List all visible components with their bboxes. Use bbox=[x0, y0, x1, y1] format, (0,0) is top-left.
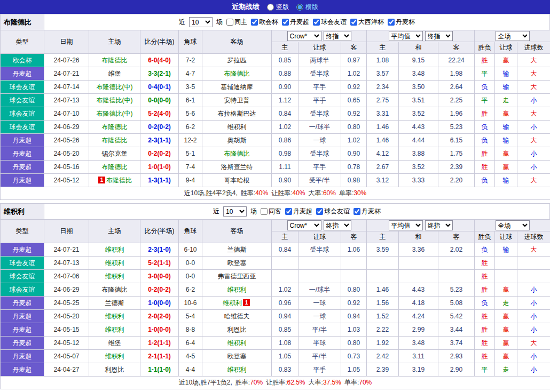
same-venue-filter[interactable]: 同客 bbox=[261, 207, 281, 216]
bookmaker-select[interactable]: Crow* bbox=[287, 220, 321, 230]
corner-cell: 5-1 bbox=[179, 147, 202, 161]
odds-cell: 4.44 bbox=[399, 134, 438, 147]
result-cell: 大 bbox=[517, 337, 550, 350]
corner-cell: 6-10 bbox=[179, 243, 202, 257]
league-type-cell: 丹麦超 bbox=[1, 310, 44, 323]
odds-cell: 22.24 bbox=[438, 54, 475, 67]
odds-cell bbox=[298, 257, 341, 270]
odds-cell: 2.02 bbox=[438, 243, 475, 257]
match-date: 24-05-12 bbox=[44, 174, 89, 187]
filter-controls: 近 10 场 同客 丹麦超球会友谊丹麦杯 bbox=[44, 204, 549, 219]
column-header: 类型 bbox=[1, 30, 44, 54]
odds-cell: 1.06 bbox=[341, 243, 367, 257]
odds-cell: 1.46 bbox=[367, 134, 399, 147]
away-team-name: 哥本哈根 bbox=[224, 177, 250, 184]
asian-odds-time-select[interactable]: 终指 bbox=[324, 31, 351, 41]
match-row: 球会友谊 24-07-13 布隆德比(中) 0-0(0-0) 6-1 安特卫普 … bbox=[1, 94, 550, 107]
league-checkbox[interactable] bbox=[282, 19, 289, 26]
score-cell: 1-0(1-0) bbox=[140, 161, 179, 174]
odds-cell: 受半球 bbox=[298, 243, 341, 257]
odds-cell: 1.96 bbox=[438, 107, 475, 121]
result-cell: 赢 bbox=[495, 350, 517, 363]
score-cell: 0-0(0-0) bbox=[140, 94, 179, 107]
match-scope-select[interactable]: 全场 bbox=[496, 31, 530, 41]
match-date: 24-07-10 bbox=[44, 107, 89, 121]
result-cell: 负 bbox=[475, 121, 495, 134]
away-team-cell: 洛斯查兰特 bbox=[202, 161, 272, 174]
odds-cell: 0.80 bbox=[341, 283, 367, 297]
layout-option-horizontal[interactable]: 横版 bbox=[296, 3, 318, 12]
summary-row: 近10场,胜4平2负4,胜率:40%让胜率:40%大率:60%单率:30% bbox=[1, 187, 550, 200]
odds-cell: 1.02 bbox=[272, 283, 298, 297]
match-scope-select[interactable]: 全场 bbox=[496, 220, 530, 230]
average-odds-select[interactable]: 平均值 bbox=[389, 31, 423, 41]
odds-cell: 2.42 bbox=[367, 350, 399, 363]
league-checkbox[interactable] bbox=[350, 19, 357, 26]
match-row: 丹麦超 24-05-12 维堡 1-2(1-1) 6-4 维积利 1.08半球0… bbox=[1, 337, 550, 350]
result-cell: 走 bbox=[495, 94, 517, 107]
odds-cell: 一球 bbox=[298, 134, 341, 147]
odds-cell: 1.02 bbox=[341, 134, 367, 147]
odds-cell: 2.20 bbox=[438, 174, 475, 187]
euro-odds-time-select[interactable]: 终指 bbox=[425, 220, 453, 230]
average-odds-select[interactable]: 平均值 bbox=[389, 220, 423, 230]
asian-odds-time-select[interactable]: 终指 bbox=[324, 220, 351, 230]
league-filter[interactable]: 欧会杯 bbox=[251, 18, 278, 27]
euro-odds-time-select[interactable]: 终指 bbox=[425, 31, 453, 41]
recent-count-select[interactable]: 10 bbox=[223, 206, 247, 217]
same-venue-checkbox[interactable] bbox=[226, 19, 233, 26]
match-date: 24-07-06 bbox=[44, 270, 89, 283]
summary-text: 近10场,胜7平1负2, bbox=[179, 379, 232, 386]
league-type-cell: 丹麦超 bbox=[1, 147, 44, 161]
same-venue-checkbox[interactable] bbox=[261, 208, 268, 215]
result-cell: 大 bbox=[517, 243, 550, 257]
match-date: 24-06-29 bbox=[44, 283, 89, 297]
league-filter-label: 欧会杯 bbox=[259, 18, 278, 27]
result-cell: 负 bbox=[475, 243, 495, 257]
odds-cell: 平手 bbox=[298, 363, 341, 377]
league-checkbox[interactable] bbox=[353, 208, 360, 215]
recent-count-select[interactable]: 10 bbox=[189, 17, 213, 27]
corner-cell: 10-6 bbox=[179, 297, 202, 310]
league-filter[interactable]: 丹麦超 bbox=[285, 207, 312, 216]
vertical-layout-radio[interactable] bbox=[267, 4, 274, 11]
sub-column-header: 主 bbox=[367, 231, 399, 243]
away-team-name: 洛斯查兰特 bbox=[221, 163, 253, 171]
horizontal-layout-radio[interactable] bbox=[296, 4, 303, 11]
same-venue-filter[interactable]: 同主 bbox=[226, 18, 247, 27]
league-filter[interactable]: 球会友谊 bbox=[313, 18, 347, 27]
league-filter[interactable]: 丹麦超 bbox=[282, 18, 309, 27]
odds-cell: 3.11 bbox=[399, 350, 438, 363]
away-team-name: 欧登塞 bbox=[227, 259, 247, 267]
odds-cell: 0.84 bbox=[272, 107, 298, 121]
score-cell: 0-2(0-2) bbox=[140, 283, 179, 297]
league-checkbox[interactable] bbox=[251, 19, 258, 26]
league-checkbox[interactable] bbox=[316, 208, 323, 215]
corner-cell: 7-2 bbox=[179, 54, 202, 67]
odds-cell: 3.74 bbox=[438, 337, 475, 350]
sub-column-header: 进球数 bbox=[517, 231, 550, 243]
league-filter[interactable]: 丹麦杯 bbox=[388, 18, 415, 27]
result-cell: 赢 bbox=[495, 310, 517, 323]
odds-cell: 1.46 bbox=[367, 283, 399, 297]
result-cell: 负 bbox=[475, 134, 495, 147]
league-filter[interactable]: 球会友谊 bbox=[316, 207, 350, 216]
league-checkbox[interactable] bbox=[313, 19, 320, 26]
result-cell: 赢 bbox=[495, 323, 517, 337]
league-checkbox[interactable] bbox=[285, 208, 292, 215]
odds-cell: 平手 bbox=[298, 81, 341, 94]
score-cell: 0-4(0-1) bbox=[140, 81, 179, 94]
league-checkbox[interactable] bbox=[388, 19, 395, 26]
odds-cell bbox=[399, 270, 438, 283]
layout-option-vertical[interactable]: 竖版 bbox=[267, 3, 289, 12]
score-cell: 1-2(1-1) bbox=[140, 337, 179, 350]
bookmaker-select[interactable]: Crow* bbox=[287, 31, 321, 41]
match-date: 24-07-13 bbox=[44, 257, 89, 270]
league-filter[interactable]: 大西洋杯 bbox=[350, 18, 384, 27]
result-cell: 胜 bbox=[475, 257, 495, 270]
odds-cell: 1.12 bbox=[272, 94, 298, 107]
home-team-name: 布隆德比 bbox=[102, 286, 128, 293]
odds-cell: 0.98 bbox=[272, 147, 298, 161]
score-cell: 3-3(2-1) bbox=[140, 67, 179, 81]
league-filter[interactable]: 丹麦杯 bbox=[353, 207, 381, 216]
